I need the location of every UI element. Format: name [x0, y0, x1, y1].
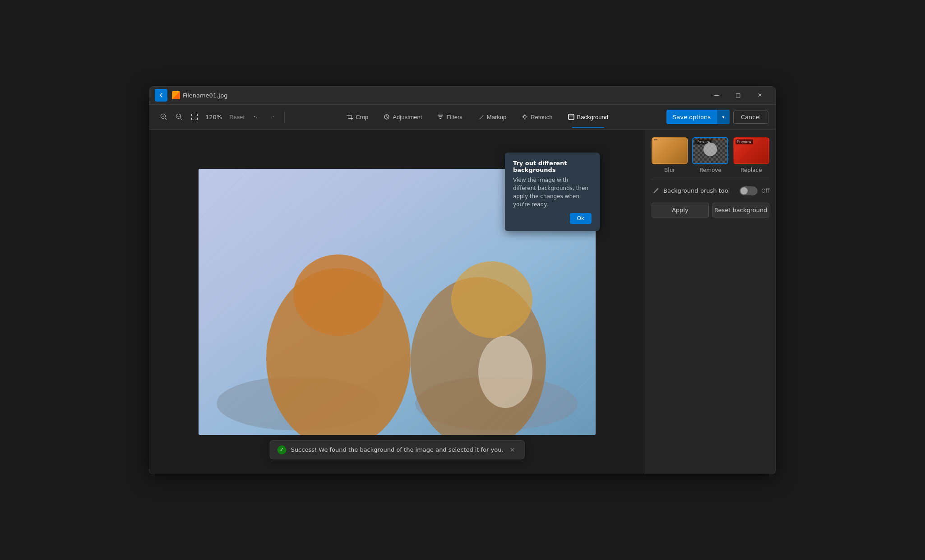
brush-tool-label: Background brush tool — [663, 187, 736, 194]
toggle-off-label: Off — [761, 188, 769, 194]
save-options-main[interactable]: Save options — [666, 111, 717, 124]
replace-label: Replace — [740, 167, 762, 173]
toolbar: 120% Reset Crop — [149, 105, 776, 130]
blur-label: Blur — [664, 167, 675, 173]
app-window: Filename01.jpg — □ ✕ 1 — [149, 86, 776, 474]
title-bar: Filename01.jpg — □ ✕ — [149, 87, 776, 105]
toast-message: Success! We found the background of the … — [291, 446, 504, 453]
window-controls: — □ ✕ — [706, 88, 770, 102]
tool-markup[interactable]: Markup — [472, 111, 513, 123]
cancel-button[interactable]: Cancel — [733, 111, 768, 124]
zoom-in-button[interactable] — [157, 110, 171, 124]
bg-option-remove[interactable]: Preview Remove — [692, 137, 728, 173]
bg-thumb-blur — [652, 137, 688, 164]
save-options-dropdown[interactable]: ▾ — [717, 110, 730, 124]
success-toast: ✓ Success! We found the background of th… — [270, 440, 525, 459]
svg-rect-3 — [439, 118, 441, 119]
background-tooltip: Try out different backgrounds View the i… — [505, 153, 600, 231]
window-title: Filename01.jpg — [183, 92, 706, 99]
svg-rect-2 — [439, 116, 442, 117]
tool-filters[interactable]: Filters — [431, 111, 468, 123]
remove-preview-svg — [693, 138, 727, 163]
bg-thumb-remove: Preview — [692, 137, 728, 164]
svg-rect-5 — [569, 114, 574, 120]
restore-button[interactable]: □ — [728, 88, 749, 102]
zoom-value: 120% — [203, 114, 225, 120]
toast-close-button[interactable]: ✕ — [508, 445, 517, 454]
undo-button[interactable] — [249, 110, 264, 124]
fit-button[interactable] — [187, 110, 202, 124]
panel-action-row: Apply Reset background — [652, 203, 769, 218]
tooltip-title: Try out different backgrounds — [513, 160, 592, 173]
toolbar-divider — [284, 111, 285, 123]
bg-thumb-replace: Preview — [733, 137, 769, 164]
brush-tool-toggle[interactable] — [740, 186, 758, 195]
brush-tool-row: Background brush tool Off — [652, 186, 769, 195]
tool-crop[interactable]: Crop — [340, 111, 375, 123]
svg-point-16 — [703, 143, 717, 156]
toolbar-center: Crop Adjustment Filters — [290, 111, 665, 123]
svg-point-15 — [478, 336, 532, 408]
save-options-button[interactable]: Save options ▾ — [666, 110, 730, 124]
zoom-out-button[interactable] — [172, 110, 186, 124]
redo-button[interactable] — [264, 110, 279, 124]
brush-icon — [652, 187, 660, 195]
main-area: Try out different backgrounds View the i… — [149, 130, 776, 474]
minimize-button[interactable]: — — [706, 88, 727, 102]
toast-check-icon: ✓ — [278, 445, 287, 454]
reset-button[interactable]: Reset — [226, 112, 248, 122]
side-panel: Blur Preview Remove Preview — [645, 130, 776, 474]
back-button[interactable] — [155, 89, 167, 102]
apply-button[interactable]: Apply — [652, 203, 709, 218]
svg-rect-1 — [438, 115, 443, 116]
background-options: Blur Preview Remove Preview — [652, 137, 769, 173]
bg-option-blur[interactable]: Blur — [652, 137, 688, 173]
svg-point-12 — [293, 255, 384, 336]
app-icon — [172, 91, 180, 99]
toolbar-right: Save options ▾ Cancel — [666, 110, 768, 124]
svg-point-14 — [451, 261, 532, 338]
svg-point-4 — [523, 116, 526, 118]
tooltip-body: View the image with different background… — [513, 176, 592, 208]
reset-background-button[interactable]: Reset background — [712, 203, 770, 218]
canvas-area: Try out different backgrounds View the i… — [149, 130, 645, 474]
tool-adjustment[interactable]: Adjustment — [377, 111, 428, 123]
panel-divider — [652, 180, 769, 180]
replace-preview-badge: Preview — [735, 139, 753, 144]
toolbar-left: 120% Reset — [157, 110, 279, 124]
tooltip-ok-button[interactable]: Ok — [570, 213, 592, 224]
bg-option-replace[interactable]: Preview Replace — [733, 137, 769, 173]
remove-label: Remove — [699, 167, 722, 173]
close-button[interactable]: ✕ — [749, 88, 770, 102]
blur-preview-badge — [654, 139, 657, 140]
tool-retouch[interactable]: Retouch — [515, 111, 559, 123]
tool-background[interactable]: Background — [562, 111, 615, 123]
